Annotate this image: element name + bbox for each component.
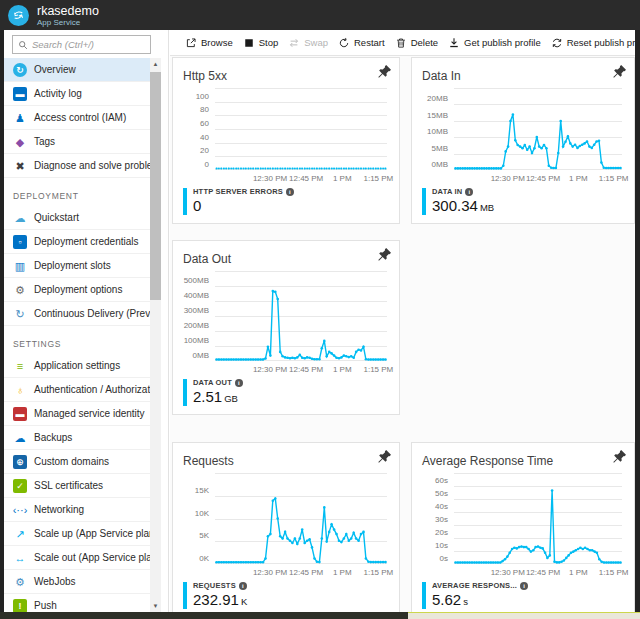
pin-icon[interactable]	[612, 64, 627, 79]
chart-legend: DATA INi300.34MB	[422, 184, 624, 217]
sidebar-item-label: Managed service identity	[34, 408, 145, 419]
legend-color-bar	[183, 188, 187, 215]
sidebar-item-push[interactable]: !Push	[4, 594, 150, 612]
x-tick: 12:45 PM	[289, 365, 323, 374]
pin-icon[interactable]	[377, 449, 392, 464]
sidebar-item-label: Deployment options	[34, 284, 122, 295]
metric-line-series	[215, 88, 387, 170]
sidebar-item-scale-out-app-service-plan[interactable]: ↔Scale out (App Service plan)	[4, 546, 150, 570]
legend-label: REQUESTS	[193, 581, 236, 590]
scrollbar-thumb[interactable]	[150, 72, 161, 300]
swap-icon	[288, 37, 300, 49]
stop-button[interactable]: Stop	[238, 30, 284, 55]
y-tick: 0MB	[193, 351, 209, 360]
sidebar-item-scale-up-app-service-plan[interactable]: ↗Scale up (App Service plan)	[4, 522, 150, 546]
info-icon[interactable]: i	[235, 379, 243, 387]
sidebar-item-diagnose-and-solve-problems[interactable]: ✖Diagnose and solve problems	[4, 154, 150, 178]
y-tick: 10MB	[427, 127, 448, 136]
sidebar-item-deployment-credentials[interactable]: ▫Deployment credentials	[4, 230, 150, 254]
y-axis-labels: 15K10K5K0K	[183, 473, 215, 564]
pin-icon[interactable]	[377, 247, 392, 262]
get-publish-profile-button[interactable]: Get publish profile	[443, 30, 546, 55]
sidebar-item-application-settings[interactable]: ≡Application settings	[4, 354, 150, 378]
push-icon: !	[13, 599, 27, 613]
sidebar-item-overview[interactable]: ↻Overview	[4, 58, 150, 82]
metric-line-series	[215, 473, 387, 564]
sidebar-item-authentication-authorization[interactable]: ♁Authentication / Authorization	[4, 378, 150, 402]
stop-icon	[243, 37, 255, 49]
info-icon[interactable]: i	[465, 188, 473, 196]
sidebar-item-networking[interactable]: ‹··›Networking	[4, 498, 150, 522]
swap-button[interactable]: Swap	[283, 30, 333, 55]
metric-value: 300.34	[432, 197, 478, 214]
download-icon	[448, 37, 460, 49]
sidebar-item-backups[interactable]: ☁Backups	[4, 426, 150, 450]
y-tick: 5K	[199, 531, 209, 540]
sidebar-item-tags[interactable]: ◆Tags	[4, 130, 150, 154]
chart-title: Http 5xx	[183, 69, 227, 83]
backups-icon: ☁	[13, 431, 27, 445]
ssl-certificates-icon: ✓	[13, 479, 27, 493]
scroll-down-icon[interactable]: ▼	[150, 600, 161, 612]
search-box[interactable]	[12, 35, 151, 54]
sidebar-item-label: Continuous Delivery (Preview)	[34, 308, 150, 319]
reset-publish-profile-button[interactable]: Reset publish profile	[546, 30, 635, 55]
blade-header: rkasedemo App Service	[0, 0, 640, 30]
x-tick: 1:15 PM	[363, 365, 393, 374]
activity-log-icon: ▬	[13, 87, 27, 101]
toolbar-button-label: Stop	[259, 37, 279, 48]
resource-type: App Service	[37, 18, 99, 27]
x-tick: 12:45 PM	[289, 174, 323, 183]
sidebar-scrollbar[interactable]: ▲ ▼	[150, 58, 161, 612]
chart-card-http-5xx: Http 5xx10080604020012:30 PM12:45 PM1 PM…	[172, 57, 400, 224]
sidebar-item-quickstart[interactable]: ☁Quickstart	[4, 206, 150, 230]
toolbar-button-label: Swap	[304, 37, 328, 48]
y-tick: 80	[200, 105, 209, 114]
sidebar-item-activity-log[interactable]: ▬Activity log	[4, 82, 150, 106]
sidebar-item-label: Deployment slots	[34, 260, 111, 271]
browse-button[interactable]: Browse	[180, 30, 238, 55]
x-tick: 1 PM	[333, 174, 352, 183]
sidebar-item-access-control-iam[interactable]: ♟Access control (IAM)	[4, 106, 150, 130]
delete-button[interactable]: Delete	[390, 30, 443, 55]
y-tick: 15K	[195, 486, 209, 495]
info-icon[interactable]: i	[239, 582, 247, 590]
info-icon[interactable]: i	[286, 188, 294, 196]
y-tick: 20	[200, 146, 209, 155]
sidebar-item-ssl-certificates[interactable]: ✓SSL certificates	[4, 474, 150, 498]
info-icon[interactable]: i	[520, 582, 528, 590]
sidebar-item-label: SSL certificates	[34, 480, 103, 491]
x-tick: 1:15 PM	[363, 174, 393, 183]
x-tick: 12:45 PM	[289, 568, 323, 577]
plot-zone: 15K10K5K0K	[183, 473, 387, 564]
sidebar-item-deployment-options[interactable]: ⚙Deployment options	[4, 278, 150, 302]
sidebar-item-deployment-slots[interactable]: ▥Deployment slots	[4, 254, 150, 278]
authentication-icon: ♁	[13, 383, 27, 397]
sidebar-item-managed-service-identity[interactable]: ▬Managed service identity	[4, 402, 150, 426]
diagnose-icon: ✖	[13, 159, 27, 173]
sidebar-item-label: Application settings	[34, 360, 120, 371]
pin-icon[interactable]	[377, 64, 392, 79]
application-settings-icon: ≡	[13, 359, 27, 373]
restart-button[interactable]: Restart	[333, 30, 390, 55]
managed-identity-icon: ▬	[13, 407, 27, 421]
scroll-up-icon[interactable]: ▲	[150, 58, 161, 70]
delete-icon	[395, 37, 407, 49]
chart-card-header: Average Response Time	[422, 451, 624, 466]
chart-title: Average Response Time	[422, 454, 553, 468]
y-tick: 5MB	[432, 144, 448, 153]
sidebar-item-custom-domains[interactable]: ⊕Custom domains	[4, 450, 150, 474]
sidebar-item-label: Scale out (App Service plan)	[34, 552, 150, 563]
deployment-options-icon: ⚙	[13, 283, 27, 297]
x-tick: 12:45 PM	[526, 174, 560, 183]
chart-card-header: Data Out	[183, 249, 389, 264]
plot-area	[454, 88, 622, 170]
sidebar-item-webjobs[interactable]: ⚙WebJobs	[4, 570, 150, 594]
x-axis-labels: 12:30 PM12:45 PM1 PM1:15 PM	[215, 361, 387, 375]
search-input[interactable]	[32, 39, 145, 50]
pin-icon[interactable]	[612, 449, 627, 464]
sidebar-item-label: Access control (IAM)	[34, 112, 126, 123]
legend-color-bar	[422, 188, 426, 215]
sidebar-item-label: Custom domains	[34, 456, 109, 467]
sidebar-item-continuous-delivery-preview[interactable]: ↻Continuous Delivery (Preview)	[4, 302, 150, 326]
